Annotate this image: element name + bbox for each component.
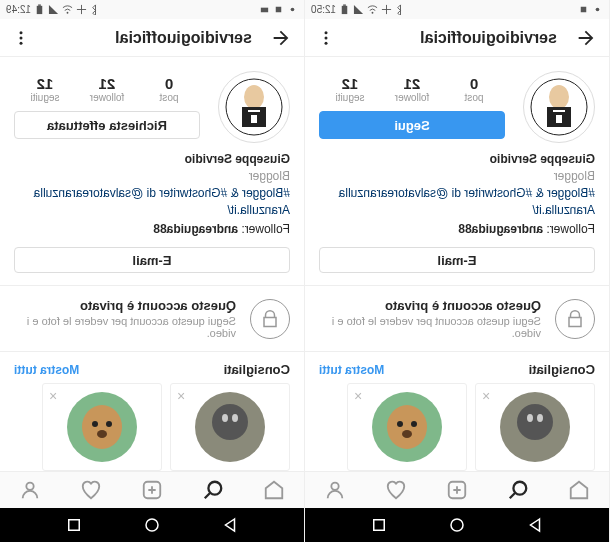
- bio-desc: #Blogger & #Ghostwriter di @salvatoreara…: [14, 185, 290, 202]
- android-home-icon[interactable]: [448, 516, 466, 534]
- svg-point-42: [222, 414, 228, 422]
- bio-role: Blogger: [14, 168, 290, 185]
- svg-rect-1: [581, 7, 587, 13]
- suggested-title: Consigliati: [529, 362, 595, 377]
- follow-button[interactable]: Richiesta effettuata: [14, 111, 200, 139]
- bio-follower: Follower: andreaguida88: [319, 221, 595, 238]
- add-post-icon[interactable]: [446, 479, 468, 501]
- menu-dots-icon[interactable]: [12, 29, 30, 47]
- bio-role: Blogger: [319, 168, 595, 185]
- svg-point-14: [537, 414, 543, 422]
- username: servidiogiuofficial: [335, 29, 557, 47]
- android-nav-bar: [305, 508, 609, 542]
- lock-icon: [555, 299, 595, 339]
- phone-left: 12:50 servidiogiuofficial 0 post 21: [305, 0, 610, 542]
- svg-rect-52: [69, 520, 80, 531]
- stat-followers[interactable]: 21 follower: [381, 75, 443, 103]
- close-icon[interactable]: ×: [354, 388, 362, 404]
- svg-point-51: [146, 519, 158, 531]
- close-icon[interactable]: ×: [177, 388, 185, 404]
- avatar[interactable]: [218, 71, 290, 143]
- email-button[interactable]: E-mail: [319, 247, 595, 273]
- notification-icon: [273, 4, 284, 15]
- stat-posts[interactable]: 0 post: [138, 75, 200, 103]
- svg-rect-11: [556, 115, 562, 123]
- follow-button[interactable]: Segui: [319, 111, 505, 139]
- suggested-header: Consigliati Mostra tutti: [0, 352, 304, 383]
- notification-icon: [578, 4, 589, 15]
- svg-point-29: [67, 12, 69, 14]
- svg-point-32: [20, 31, 23, 34]
- bio-link[interactable]: Aranzulla.it/: [319, 202, 595, 219]
- bio: Giuseppe Servidio Blogger #Blogger & #Gh…: [305, 151, 609, 247]
- profile-icon[interactable]: [324, 479, 346, 501]
- heart-icon[interactable]: [80, 479, 102, 501]
- android-home-icon[interactable]: [143, 516, 161, 534]
- bio-link[interactable]: Aranzulla.it/: [14, 202, 290, 219]
- android-recent-icon[interactable]: [65, 516, 83, 534]
- close-icon[interactable]: ×: [49, 388, 57, 404]
- phone-right: 12:49 servidiogiuofficial 0 post 21: [0, 0, 305, 542]
- suggested-title: Consigliati: [224, 362, 290, 377]
- email-button[interactable]: E-mail: [14, 247, 290, 273]
- suggested-show-all[interactable]: Mostra tutti: [14, 363, 79, 377]
- profile-icon[interactable]: [19, 479, 41, 501]
- clock: 12:50: [311, 4, 336, 15]
- bio-desc: #Blogger & #Ghostwriter di @salvatoreara…: [319, 185, 595, 202]
- back-arrow-icon[interactable]: [270, 27, 292, 49]
- svg-rect-30: [37, 6, 43, 14]
- suggested-card[interactable]: ×: [347, 383, 467, 471]
- stat-following[interactable]: 12 seguiti: [319, 75, 381, 103]
- svg-point-46: [92, 421, 98, 427]
- bluetooth-icon: [395, 4, 406, 15]
- stat-followers[interactable]: 21 follower: [76, 75, 138, 103]
- bio: Giuseppe Servidio Blogger #Blogger & #Gh…: [0, 151, 304, 247]
- svg-point-23: [332, 483, 339, 490]
- stat-following[interactable]: 12 seguiti: [14, 75, 76, 103]
- svg-point-13: [517, 404, 553, 440]
- back-arrow-icon[interactable]: [575, 27, 597, 49]
- suggested-card[interactable]: ×: [170, 383, 290, 471]
- svg-point-41: [232, 414, 238, 422]
- svg-point-19: [397, 421, 403, 427]
- header: servidiogiuofficial: [305, 19, 609, 58]
- search-icon[interactable]: [507, 479, 529, 501]
- suggested-show-all[interactable]: Mostra tutti: [319, 363, 384, 377]
- bottom-nav: [305, 471, 609, 508]
- svg-point-18: [411, 421, 417, 427]
- android-back-icon[interactable]: [221, 516, 239, 534]
- bio-name: Giuseppe Servidio: [319, 151, 595, 168]
- bluetooth-icon: [90, 4, 101, 15]
- svg-point-33: [20, 36, 23, 39]
- stat-posts[interactable]: 0 post: [443, 75, 505, 103]
- svg-point-48: [208, 482, 221, 495]
- svg-point-24: [451, 519, 463, 531]
- close-icon[interactable]: ×: [482, 388, 490, 404]
- heart-icon[interactable]: [385, 479, 407, 501]
- android-nav-bar: [0, 508, 304, 542]
- private-banner: Questo account è privato Segui questo ac…: [305, 285, 609, 352]
- profile-row: 0 post 21 follower 12 seguiti Richiesta …: [0, 57, 304, 151]
- search-icon[interactable]: [202, 479, 224, 501]
- svg-point-36: [244, 85, 264, 109]
- suggested-card[interactable]: ×: [42, 383, 162, 471]
- signal-icon: [353, 4, 364, 15]
- wifi-icon: [367, 4, 378, 15]
- avatar[interactable]: [523, 71, 595, 143]
- menu-dots-icon[interactable]: [317, 29, 335, 47]
- bio-name: Giuseppe Servidio: [14, 151, 290, 168]
- svg-point-34: [20, 41, 23, 44]
- add-post-icon[interactable]: [141, 479, 163, 501]
- suggested-card[interactable]: ×: [475, 383, 595, 471]
- home-icon[interactable]: [263, 479, 285, 501]
- android-recent-icon[interactable]: [370, 516, 388, 534]
- home-icon[interactable]: [568, 479, 590, 501]
- username: servidiogiuofficial: [30, 29, 252, 47]
- svg-point-20: [402, 430, 412, 438]
- svg-point-45: [106, 421, 112, 427]
- suggested-header: Consigliati Mostra tutti: [305, 352, 609, 383]
- notification-icon: [259, 4, 270, 15]
- airplane-icon: [381, 4, 392, 15]
- private-sub: Segui questo account per vedere le foto …: [14, 315, 236, 339]
- android-back-icon[interactable]: [526, 516, 544, 534]
